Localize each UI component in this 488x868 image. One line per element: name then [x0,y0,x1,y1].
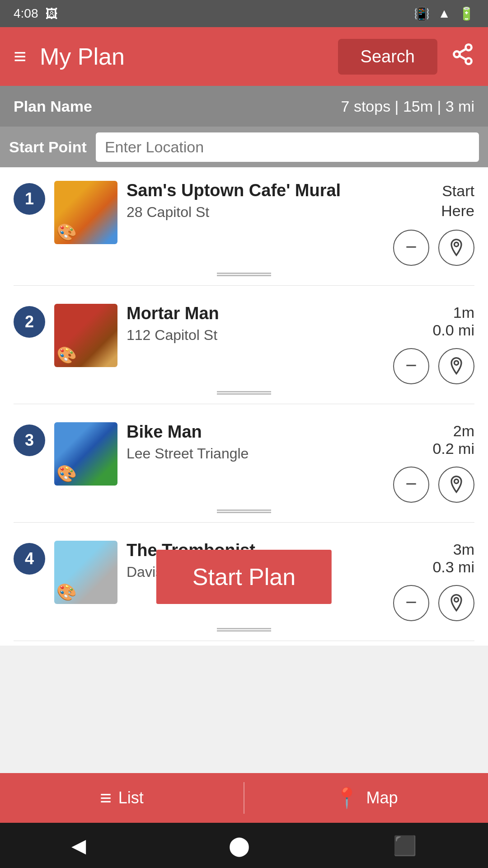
vibrate-icon: 📳 [414,6,430,21]
back-button[interactable]: ◀ [71,835,86,857]
location-pin-icon [446,356,466,376]
stop-number-badge: 4 [14,543,45,575]
stop-image: 🎨 [54,422,117,486]
status-bar-right: 📳 ▲ 🔋 [414,6,474,21]
minus-icon: − [405,237,417,257]
map-icon: 📍 [334,786,359,810]
plan-stats: 7 stops | 15m | 3 mi [341,98,474,115]
stop-content: 2 🎨 Mortar Man 112 Capitol St 1m 0.0 mi [14,304,474,384]
stop-info: Mortar Man 112 Capitol St [127,304,384,344]
header: ≡ My Plan Search [0,27,488,86]
minus-icon: − [405,592,417,612]
stop-time-label: 1m [432,304,474,321]
stop-name: Mortar Man [127,304,384,323]
search-button[interactable]: Search [338,39,437,75]
stop-time-info: 3m 0.3 mi [432,541,474,576]
stop-distance: 0.2 mi [432,440,474,458]
stop-time-info: 1m 0.0 mi [432,304,474,339]
time-display: 4:08 [14,6,38,21]
location-input[interactable] [96,132,479,162]
svg-point-8 [454,598,458,602]
status-bar-left: 4:08 🖼 [14,6,58,21]
menu-icon[interactable]: ≡ [14,46,26,67]
stop-actions: 2m 0.2 mi − [393,422,474,503]
drag-handle[interactable] [14,384,474,404]
stop-image: 🎨 [54,181,117,244]
drag-handle[interactable] [14,621,474,641]
stop-time-info: StartHere [441,181,474,221]
art-palette-icon: 🎨 [56,464,77,483]
remove-stop-button[interactable]: − [393,585,429,621]
stop-content: 1 🎨 Sam's Uptown Cafe' Mural 28 Capitol … [14,181,474,266]
minus-icon: − [405,355,417,375]
start-plan-button[interactable]: Start Plan [156,550,332,604]
stop-image: 🎨 [54,304,117,367]
location-pin-icon [446,593,466,613]
start-point-label: Start Point [9,138,87,156]
drag-handle-bars [217,391,271,395]
android-nav-bar: ◀ ⬤ ⬛ [0,823,488,868]
stop-info: Sam's Uptown Cafe' Mural 28 Capitol St [127,181,384,221]
drag-handle-bars [217,509,271,513]
stop-buttons: − [393,348,474,384]
stop-image: 🎨 [54,541,117,604]
stop-address: 28 Capitol St [127,204,384,221]
stop-item-3: 3 🎨 Bike Man Lee Street Triangle 2m 0.2 … [0,409,488,527]
remove-stop-button[interactable]: − [393,230,429,266]
stop-item-2: 2 🎨 Mortar Man 112 Capitol St 1m 0.0 mi [0,290,488,409]
map-nav-item[interactable]: 📍 Map [244,773,488,823]
stop-number-badge: 3 [14,425,45,456]
remove-stop-button[interactable]: − [393,467,429,503]
stop-address: 112 Capitol St [127,327,384,344]
stop-number-badge: 1 [14,183,45,215]
svg-line-4 [460,49,466,53]
minus-icon: − [405,474,417,494]
stop-item-1: 1 🎨 Sam's Uptown Cafe' Mural 28 Capitol … [0,167,488,290]
start-point-bar: Start Point [0,127,488,167]
svg-line-3 [460,56,466,60]
map-nav-label: Map [366,788,398,807]
art-palette-icon: 🎨 [56,346,77,365]
bottom-nav: ≡ List 📍 Map [0,773,488,823]
location-pin-icon [446,238,466,258]
home-button[interactable]: ⬤ [229,835,250,857]
svg-point-6 [454,361,458,365]
page-title: My Plan [40,43,324,70]
stop-name: Sam's Uptown Cafe' Mural [127,181,384,200]
drag-handle[interactable] [14,266,474,286]
map-pin-button[interactable] [438,585,474,621]
list-nav-label: List [118,788,144,807]
drag-handle[interactable] [14,503,474,523]
plan-name-label: Plan Name [14,98,92,115]
svg-point-5 [454,242,458,246]
stop-buttons: − [393,467,474,503]
map-pin-button[interactable] [438,467,474,503]
share-button[interactable] [451,42,474,71]
art-palette-icon: 🎨 [56,583,77,602]
stop-actions: 1m 0.0 mi − [393,304,474,384]
recents-button[interactable]: ⬛ [393,835,417,857]
start-here-label: StartHere [441,181,474,221]
stop-buttons: − [393,585,474,621]
location-pin-icon [446,475,466,495]
stop-content: 3 🎨 Bike Man Lee Street Triangle 2m 0.2 … [14,422,474,503]
art-palette-icon: 🎨 [56,223,77,242]
list-nav-item[interactable]: ≡ List [0,773,244,823]
status-bar: 4:08 🖼 📳 ▲ 🔋 [0,0,488,27]
map-pin-button[interactable] [438,230,474,266]
stop-time-info: 2m 0.2 mi [432,422,474,458]
battery-icon: 🔋 [459,6,474,21]
remove-stop-button[interactable]: − [393,348,429,384]
list-icon: ≡ [100,787,112,809]
map-pin-button[interactable] [438,348,474,384]
stop-address: Lee Street Triangle [127,445,384,462]
wifi-icon: ▲ [438,6,450,21]
stop-distance: 0.3 mi [432,558,474,576]
plan-info-bar: Plan Name 7 stops | 15m | 3 mi [0,86,488,127]
stop-actions: 3m 0.3 mi − [393,541,474,621]
stop-actions: StartHere − [393,181,474,266]
stop-time-label: 3m [432,541,474,558]
image-icon: 🖼 [45,6,58,21]
stop-distance: 0.0 mi [432,321,474,339]
stop-name: Bike Man [127,422,384,442]
